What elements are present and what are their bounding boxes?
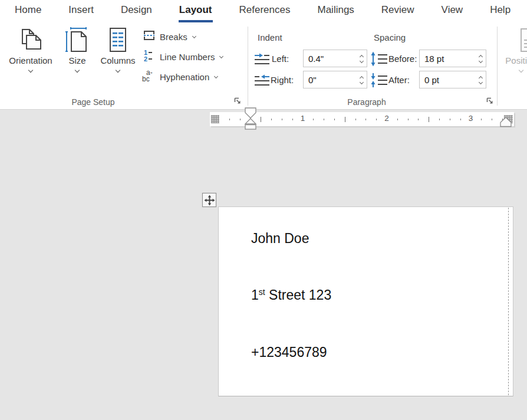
spinner-up-icon[interactable] [478,76,483,79]
workspace: 1 2 3 John Doe 1st Street 123 +123456789 [0,110,527,420]
right-indent-marker[interactable] [500,117,512,127]
line-numbers-label: Line Numbers [160,52,215,62]
orientation-icon [17,26,44,54]
spinner-down-icon[interactable] [478,81,483,84]
ribbon: Orientation Size [0,22,527,110]
spinner-up-icon[interactable] [478,54,483,58]
line-numbers-button[interactable]: 1 2 Line Numbers [143,50,223,64]
spacing-before-value: 18 pt [420,54,478,64]
spacing-after-icon [370,73,388,90]
ruler-left-margin-hatch [211,115,219,123]
spinner-up-icon[interactable] [359,54,364,58]
orientation-button[interactable]: Orientation [5,26,57,73]
indent-right-input[interactable]: 0" [303,71,367,88]
size-label: Size [68,55,85,65]
ruler-number: 1 [301,114,305,123]
spacing-before-icon [370,51,388,69]
paragraph-group-label: Paragraph [347,97,386,107]
tab-references[interactable]: References [239,0,291,22]
tab-design[interactable]: Design [120,0,153,22]
indent-right-icon [254,74,270,89]
indent-left-label: Left: [272,54,289,64]
chevron-down-icon [192,35,196,38]
paragraph-dialog-launcher-icon[interactable] [486,97,495,106]
breaks-label: Breaks [160,32,187,42]
document-line-name[interactable]: John Doe [251,231,309,247]
left-indent-marker[interactable] [245,125,256,130]
document-line-street[interactable]: 1st Street 123 [251,287,331,303]
tab-layout[interactable]: Layout [179,0,213,22]
hyphenation-label: Hyphenation [160,72,209,82]
tab-review[interactable]: Review [381,0,415,22]
table-gridline-dashed [508,208,509,395]
orientation-label: Orientation [9,55,52,65]
move-handle-icon [204,195,215,206]
tab-insert[interactable]: Insert [68,0,94,22]
page-size-icon [64,26,91,54]
line-numbers-icon: 1 2 [143,49,156,64]
hanging-indent-marker[interactable] [245,119,256,124]
chevron-down-icon [74,68,80,73]
chevron-down-icon [115,68,121,73]
page-setup-dialog-launcher-icon[interactable] [233,97,242,106]
ribbon-tab-bar: Home Insert Design Layout References Mai… [0,0,527,22]
hyphenation-button[interactable]: a- bc Hyphenation [141,70,218,84]
chevron-down-icon [518,68,524,73]
svg-text:2: 2 [144,55,147,62]
tab-help[interactable]: Help [489,0,511,22]
indent-left-input[interactable]: 0.4" [303,50,367,67]
columns-label: Columns [100,55,135,65]
ruler-number: 2 [384,114,389,123]
ordinal-superscript: st [259,287,265,297]
position-label: Position [505,55,527,65]
spinner-up-icon[interactable] [359,76,364,79]
svg-text:bc: bc [142,75,150,83]
indent-heading: Indent [258,32,282,42]
columns-icon [104,26,131,54]
position-icon [519,26,527,54]
indent-left-value: 0.4" [304,54,359,64]
page-breaks-icon [143,29,156,44]
indent-right-label: Right: [271,75,294,85]
group-separator [497,27,498,106]
columns-button[interactable]: Columns [97,26,139,73]
first-line-indent-marker[interactable] [245,108,256,118]
group-separator [248,27,248,106]
tab-mailings[interactable]: Mailings [317,0,354,22]
tab-home[interactable]: Home [14,0,42,22]
indent-right-value: 0" [304,75,359,85]
page-setup-group-label: Page Setup [71,97,114,107]
tab-view[interactable]: View [441,0,464,22]
size-button[interactable]: Size [60,26,94,73]
spinner-down-icon[interactable] [478,60,483,63]
indent-left-icon [254,52,270,68]
spacing-after-value: 0 pt [420,75,478,85]
document-line-phone[interactable]: +123456789 [251,344,327,360]
breaks-button[interactable]: Breaks [143,29,196,44]
chevron-down-icon [219,55,223,58]
spacing-before-input[interactable]: 18 pt [419,50,486,67]
spinner-down-icon[interactable] [359,60,364,63]
spacing-heading: Spacing [374,32,406,42]
spacing-after-label: After: [388,75,410,85]
spinner-down-icon[interactable] [359,81,364,84]
chevron-down-icon [28,68,34,73]
spacing-after-input[interactable]: 0 pt [419,71,486,88]
chevron-down-icon [213,75,218,78]
table-move-handle[interactable] [202,193,216,207]
indent-markers[interactable] [242,107,259,131]
hyphenation-icon: a- bc [141,68,156,85]
ruler-number: 3 [469,114,473,123]
position-button[interactable]: Position [500,26,527,73]
document-page[interactable]: John Doe 1st Street 123 +123456789 [218,206,513,396]
spacing-before-label: Before: [388,54,417,64]
